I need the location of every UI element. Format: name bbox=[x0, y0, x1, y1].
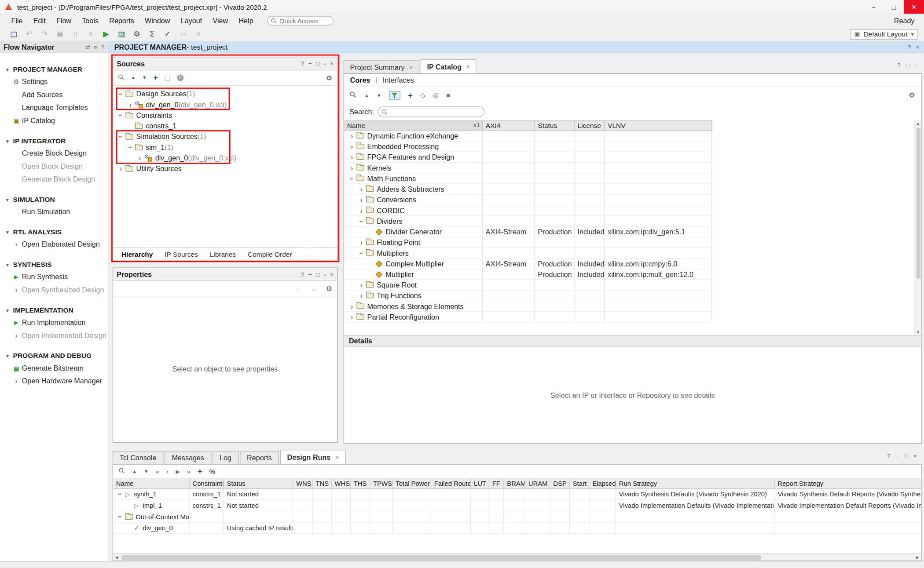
design-runs-column-header[interactable]: DSP bbox=[550, 479, 570, 488]
close-icon[interactable]: × bbox=[913, 453, 917, 459]
close-run-icon[interactable]: × bbox=[191, 29, 206, 38]
expand-all-icon[interactable]: ▼ bbox=[142, 75, 147, 80]
ip-catalog-row[interactable]: Adders & Subtracters bbox=[344, 184, 921, 195]
design-runs-column-header[interactable]: Status bbox=[224, 479, 293, 488]
flow-navigator-row[interactable]: Run Synthesis bbox=[0, 270, 108, 284]
menu-icon[interactable]: ≡ bbox=[94, 44, 97, 51]
move-icon[interactable]: + bbox=[408, 91, 412, 100]
run-icon[interactable]: ▶ bbox=[98, 29, 114, 38]
ip-catalog-row[interactable]: Partial Reconfiguration bbox=[344, 312, 921, 322]
ip-catalog-row[interactable]: Kernels bbox=[344, 163, 921, 173]
settings-gear-icon[interactable]: ⚙ bbox=[326, 284, 332, 293]
design-runs-column-header[interactable]: FF bbox=[489, 479, 504, 488]
menu-item[interactable]: Help bbox=[233, 17, 258, 25]
vertical-scrollbar[interactable]: ▲ ▼ bbox=[914, 120, 921, 335]
source-tree-row[interactable]: Constraints bbox=[113, 110, 337, 120]
tab-compile-order[interactable]: Compile Order bbox=[242, 251, 298, 258]
maximize-icon[interactable]: □ bbox=[316, 271, 319, 278]
expander-icon[interactable] bbox=[117, 164, 125, 173]
close-tab-icon[interactable]: × bbox=[466, 63, 470, 70]
column-header-axi4[interactable]: AXI4 bbox=[483, 121, 535, 131]
flow-navigator-row[interactable]: SYNTHESIS bbox=[0, 259, 108, 270]
expander-icon[interactable] bbox=[358, 238, 365, 247]
expander-icon[interactable] bbox=[348, 164, 356, 172]
design-runs-column-header[interactable]: Failed Routes bbox=[431, 479, 471, 488]
tab-project-summary[interactable]: Project Summary × bbox=[344, 60, 419, 73]
expand-all-icon[interactable]: ▼ bbox=[377, 93, 381, 98]
tab-cores[interactable]: Cores bbox=[350, 76, 370, 84]
design-runs-column-header[interactable]: THS bbox=[351, 479, 370, 488]
menu-item[interactable]: Window bbox=[139, 17, 176, 25]
flow-navigator-row[interactable]: Generate Block Design bbox=[0, 173, 108, 186]
design-runs-column-header[interactable]: Constraints bbox=[190, 479, 224, 488]
ip-search-input[interactable] bbox=[378, 106, 484, 117]
design-runs-column-header[interactable]: Name bbox=[113, 479, 190, 488]
menu-item[interactable]: File bbox=[6, 17, 28, 25]
redo-icon[interactable]: ↷ bbox=[37, 29, 52, 38]
layout-selector[interactable]: ▣ Default Layout ▾ bbox=[850, 29, 918, 39]
expander-icon[interactable] bbox=[117, 90, 125, 98]
flow-navigator-row[interactable]: Generate Bitstream bbox=[0, 362, 108, 375]
expander-icon[interactable] bbox=[117, 513, 124, 521]
flow-navigator-row[interactable]: SIMULATION bbox=[0, 193, 108, 205]
search-icon[interactable] bbox=[349, 91, 356, 99]
ip-catalog-row[interactable]: Dynamic Function eXchange bbox=[344, 131, 921, 142]
flow-navigator-row[interactable]: Open Implemented Design bbox=[0, 329, 108, 342]
column-header-vlnv[interactable]: VLNV bbox=[605, 121, 712, 131]
scroll-down-icon[interactable]: ▼ bbox=[916, 329, 920, 335]
expander-icon[interactable] bbox=[127, 101, 134, 109]
design-runs-column-header[interactable]: TNS bbox=[313, 479, 332, 488]
source-tree-row[interactable]: constrs_1 bbox=[113, 121, 337, 131]
search-icon[interactable] bbox=[118, 74, 125, 82]
flow-navigator-row[interactable]: IP Catalog bbox=[0, 114, 108, 127]
file-icon[interactable]: ▢ bbox=[164, 74, 170, 82]
save-icon[interactable]: ▤ bbox=[6, 29, 21, 38]
back-arrow-icon[interactable]: ← bbox=[295, 284, 302, 293]
search-icon[interactable] bbox=[118, 467, 125, 475]
design-run-row[interactable]: synth_1 constrs_1 Not started Vivado Syn… bbox=[113, 489, 921, 500]
group-by-filter-icon[interactable] bbox=[389, 91, 400, 100]
flow-navigator-row[interactable]: Language Templates bbox=[0, 101, 108, 114]
design-runs-column-header[interactable]: Elapsed bbox=[589, 479, 616, 488]
design-run-row[interactable]: div_gen_0 Using cached IP results bbox=[113, 523, 921, 534]
help-icon[interactable]: ? bbox=[887, 453, 890, 459]
design-run-row[interactable]: impl_1 constrs_1 Not started Vivado Impl… bbox=[113, 500, 921, 512]
tab-design-runs[interactable]: Design Runs × bbox=[280, 450, 346, 464]
source-tree-row[interactable]: div_gen_0 (div_gen_0.xci) bbox=[113, 99, 337, 110]
expander-icon[interactable] bbox=[348, 153, 356, 161]
expander-icon[interactable] bbox=[358, 196, 365, 204]
flow-navigator-row[interactable]: Open Elaborated Design bbox=[0, 238, 108, 251]
edit-icon[interactable]: ▱ bbox=[175, 29, 191, 38]
expand-all-icon[interactable]: ▼ bbox=[144, 469, 149, 474]
design-runs-column-header[interactable]: WNS bbox=[293, 479, 312, 488]
menu-item[interactable]: Flow bbox=[51, 17, 77, 25]
maximize-icon[interactable]: □ bbox=[316, 60, 319, 67]
collapse-all-icon[interactable]: ▲ bbox=[131, 75, 136, 80]
expander-icon[interactable] bbox=[358, 291, 365, 300]
column-header-status[interactable]: Status bbox=[535, 121, 575, 131]
design-runs-column-header[interactable]: BRAM bbox=[504, 479, 525, 488]
close-tab-icon[interactable]: × bbox=[409, 64, 413, 70]
ip-catalog-row[interactable]: Dividers bbox=[344, 216, 921, 226]
ip-catalog-row[interactable]: Multiplier Production Included xilinx.co… bbox=[344, 269, 921, 280]
expander-icon[interactable] bbox=[117, 133, 125, 141]
expander-icon[interactable] bbox=[136, 154, 143, 162]
tab-ip-sources[interactable]: IP Sources bbox=[159, 251, 204, 258]
tab-libraries[interactable]: Libraries bbox=[204, 251, 242, 258]
flow-navigator-row[interactable]: RTL ANALYSIS bbox=[0, 226, 108, 238]
help-icon[interactable]: ? bbox=[897, 62, 900, 69]
check-icon[interactable]: ✓ bbox=[160, 29, 175, 38]
float-icon[interactable]: ▫ bbox=[915, 62, 917, 69]
ip-catalog-row[interactable]: FPGA Features and Design bbox=[344, 152, 921, 163]
flow-navigator-row[interactable]: Open Block Design bbox=[0, 160, 108, 173]
stop-icon[interactable]: ■ bbox=[446, 92, 450, 99]
maximize-icon[interactable]: □ bbox=[906, 62, 909, 69]
tab-hierarchy[interactable]: Hierarchy bbox=[116, 251, 159, 258]
scroll-right-icon[interactable]: ▶ bbox=[914, 555, 921, 560]
add-sources-icon[interactable]: + bbox=[153, 73, 158, 82]
ip-catalog-row[interactable]: Divider Generator AXI4-Stream Production… bbox=[344, 227, 921, 237]
minimize-icon[interactable]: − bbox=[896, 453, 899, 459]
scrollbar-thumb[interactable] bbox=[916, 128, 920, 279]
design-runs-column-header[interactable]: Report Strategy bbox=[775, 479, 921, 488]
close-tab-icon[interactable]: × bbox=[335, 454, 339, 461]
